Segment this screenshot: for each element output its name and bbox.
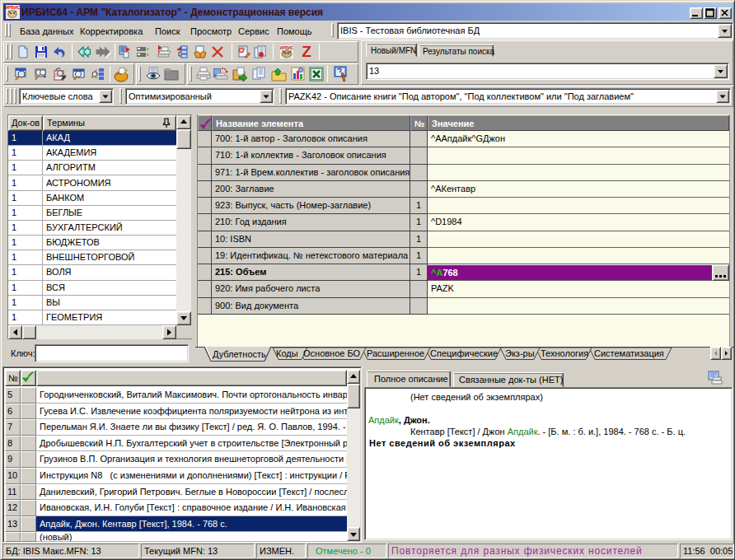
svg-text:Экз-ры: Экз-ры [505, 348, 535, 358]
svg-text:Специфические: Специфические [430, 348, 498, 358]
svg-text:Технология: Технология [541, 348, 588, 358]
svg-text:Дублетность: Дублетность [213, 349, 266, 359]
svg-text:ИРБИС: ИРБИС [6, 5, 20, 10]
svg-text:Коды: Коды [276, 348, 298, 358]
svg-text:Основное БО: Основное БО [303, 348, 361, 358]
svg-text:Систематизация: Систематизация [594, 348, 664, 358]
svg-text:ИРБИС: ИРБИС [280, 46, 293, 50]
svg-text:Расширенное: Расширенное [367, 348, 424, 358]
